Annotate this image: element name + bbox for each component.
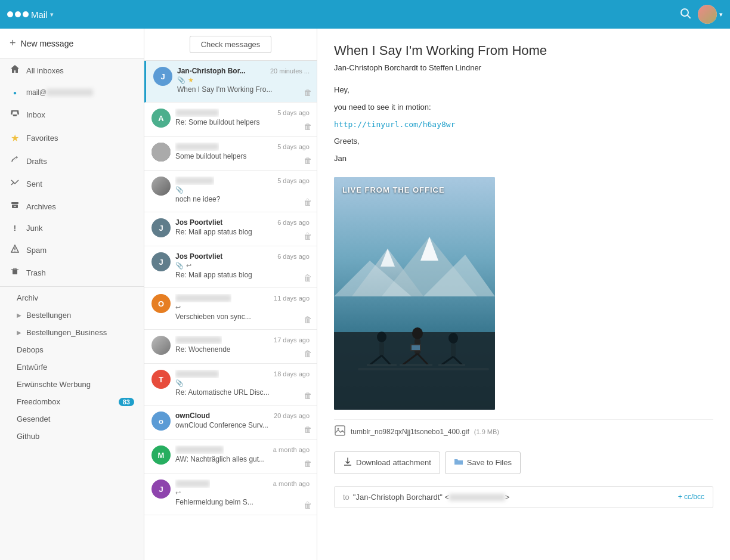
- sidebar-folder-bestellungen-business[interactable]: ▶ Bestellungen_Business: [0, 324, 144, 341]
- list-item[interactable]: J Jos Poortvliet 6 days ago 📎 ↩ Re: Mail…: [144, 246, 317, 288]
- sidebar-folder-entwuerfe[interactable]: Entwürfe: [0, 358, 144, 376]
- list-item[interactable]: A ██████ ███ 5 days ago Re: Some buildou…: [144, 103, 317, 137]
- sidebar-folder-archiv[interactable]: Archiv: [0, 289, 144, 307]
- folder-debops-label: Debops: [17, 345, 44, 354]
- svg-point-28: [448, 333, 458, 344]
- delete-icon[interactable]: 🗑: [304, 459, 312, 468]
- message-meta: █████ ███ 5 days ago 📎 noch ne idee?: [175, 177, 310, 203]
- folder-icon: [454, 457, 463, 469]
- message-sender: Jos Poortvliet: [175, 218, 222, 227]
- message-time: 11 days ago: [274, 295, 310, 302]
- sidebar-folder-erwuenschte[interactable]: Erwünschte Werbung: [0, 376, 144, 393]
- message-sender: █████ ███: [175, 177, 214, 185]
- reply-cc-button[interactable]: + cc/bcc: [678, 493, 704, 501]
- delete-icon[interactable]: 🗑: [304, 88, 312, 97]
- list-item[interactable]: O ████████████ 11 days ago ↩ Verschieben…: [144, 288, 317, 330]
- delete-icon[interactable]: 🗑: [304, 391, 312, 400]
- list-item[interactable]: J Jan-Christoph Bor... 20 minutes ... 📎 …: [144, 61, 317, 103]
- message-list: Check messages J Jan-Christoph Bor... 20…: [144, 29, 317, 560]
- message-sender: ownCloud: [175, 412, 210, 420]
- new-message-button[interactable]: + New message: [0, 29, 144, 58]
- svg-rect-8: [13, 270, 17, 274]
- sidebar-folder-freedombox[interactable]: Freedombox 83: [0, 393, 144, 410]
- delete-icon[interactable]: 🗑: [304, 425, 312, 434]
- svg-rect-34: [412, 345, 420, 350]
- attachment-actions: Download attachment Save to Files: [334, 451, 713, 474]
- sidebar-item-label: Spam: [26, 246, 47, 255]
- app-logo: [7, 11, 29, 17]
- attachment-icon: 📎: [175, 262, 184, 270]
- message-meta: Jan-Christoph Bor... 20 minutes ... 📎 ★ …: [177, 67, 310, 94]
- sidebar-item-all-inboxes[interactable]: All inboxes: [0, 58, 144, 82]
- message-time: 20 minutes ...: [270, 67, 310, 75]
- app-name[interactable]: Mail ▾: [31, 10, 54, 20]
- folder-bestellungen-business-label: Bestellungen_Business: [26, 328, 107, 337]
- list-item[interactable]: o ownCloud 20 days ago ownCloud Conferen…: [144, 406, 317, 440]
- search-icon[interactable]: [680, 8, 691, 21]
- delete-icon[interactable]: 🗑: [304, 197, 312, 207]
- list-item[interactable]: M ████ ██████ a month ago AW: Nachträgli…: [144, 440, 317, 474]
- sidebar-folder-gesendet[interactable]: Gesendet: [0, 410, 144, 428]
- download-attachment-button[interactable]: Download attachment: [334, 451, 440, 474]
- sidebar-item-trash[interactable]: Trash: [0, 261, 144, 284]
- avatar[interactable]: [698, 5, 717, 24]
- message-subject: ownCloud Conference Surv...: [175, 421, 301, 429]
- folder-bestellungen-label: Bestellungen: [26, 311, 71, 320]
- logo-dot-1: [7, 11, 13, 17]
- junk-icon: !: [10, 224, 20, 233]
- list-item[interactable]: J Jos Poortvliet 6 days ago Re: Mail app…: [144, 212, 317, 246]
- message-meta: ████ ██████ a month ago AW: Nachträglich…: [175, 445, 310, 463]
- avatar-image: [698, 5, 717, 24]
- list-item[interactable]: █████ ███ 5 days ago 📎 noch ne idee? 🗑: [144, 171, 317, 212]
- message-time: a month ago: [273, 480, 310, 487]
- sidebar-item-spam[interactable]: Spam: [0, 239, 144, 261]
- save-to-files-button[interactable]: Save to Files: [445, 451, 521, 474]
- message-sender: ████ ██████: [175, 445, 224, 454]
- delete-icon[interactable]: 🗑: [304, 349, 312, 358]
- sidebar-folder-debops[interactable]: Debops: [0, 341, 144, 358]
- message-time: 5 days ago: [277, 143, 310, 150]
- list-item[interactable]: T ████ █████ 18 days ago 📎 Re: Automatis…: [144, 364, 317, 406]
- email-to-name: Steffen Lindner: [429, 63, 481, 72]
- reply-icon: ↩: [175, 304, 181, 311]
- message-subject: noch ne idee?: [175, 195, 301, 203]
- sidebar: + New message All inboxes ● mail@███████…: [0, 29, 144, 560]
- check-messages-button[interactable]: Check messages: [190, 36, 272, 53]
- list-item[interactable]: ██████████ 17 days ago Re: Wochenende 🗑: [144, 330, 317, 364]
- sidebar-item-drafts[interactable]: Drafts: [0, 150, 144, 172]
- sidebar-item-account[interactable]: ● mail@██████████: [0, 82, 144, 103]
- delete-icon[interactable]: 🗑: [304, 231, 312, 241]
- sidebar-item-inbox[interactable]: Inbox: [0, 103, 144, 126]
- body-url[interactable]: http://tinyurl.com/h6ay8wr: [334, 120, 456, 129]
- sidebar-item-favorites[interactable]: ★ Favorites: [0, 126, 144, 150]
- sidebar-folder-github[interactable]: Github: [0, 428, 144, 445]
- svg-point-23: [412, 327, 423, 339]
- message-subject: Re: Mail app status blog: [175, 271, 301, 279]
- app-name-label: Mail: [31, 10, 48, 20]
- delete-icon[interactable]: 🗑: [304, 122, 312, 131]
- svg-rect-29: [451, 344, 456, 357]
- svg-rect-36: [335, 426, 345, 435]
- sidebar-item-archives[interactable]: Archives: [0, 195, 144, 218]
- avatar: M: [151, 445, 171, 465]
- app-chevron-icon: ▾: [50, 11, 54, 18]
- delete-icon[interactable]: 🗑: [304, 273, 312, 283]
- sidebar-item-label: Junk: [26, 224, 42, 233]
- sidebar-item-label: Trash: [26, 268, 46, 277]
- sidebar-item-sent[interactable]: Sent: [0, 172, 144, 195]
- svg-rect-35: [358, 368, 489, 370]
- message-meta: Jos Poortvliet 6 days ago 📎 ↩ Re: Mail a…: [175, 252, 310, 279]
- list-item[interactable]: J ██ █████ a month ago ↩ Fehlermeldung b…: [144, 474, 317, 515]
- email-subject: When I Say I'm Working From Home: [334, 43, 713, 58]
- download-btn-label: Download attachment: [356, 458, 431, 467]
- delete-icon[interactable]: 🗑: [304, 156, 312, 165]
- email-detail: When I Say I'm Working From Home Jan-Chr…: [317, 29, 730, 560]
- user-menu-chevron-icon[interactable]: ▾: [719, 11, 723, 18]
- message-time: 20 days ago: [274, 412, 310, 419]
- message-time: 6 days ago: [277, 219, 310, 226]
- delete-icon[interactable]: 🗑: [304, 500, 312, 510]
- sidebar-folder-bestellungen[interactable]: ▶ Bestellungen: [0, 307, 144, 324]
- delete-icon[interactable]: 🗑: [304, 315, 312, 324]
- sidebar-item-junk[interactable]: ! Junk: [0, 218, 144, 239]
- list-item[interactable]: ██████ ███ 5 days ago Some buildout help…: [144, 137, 317, 171]
